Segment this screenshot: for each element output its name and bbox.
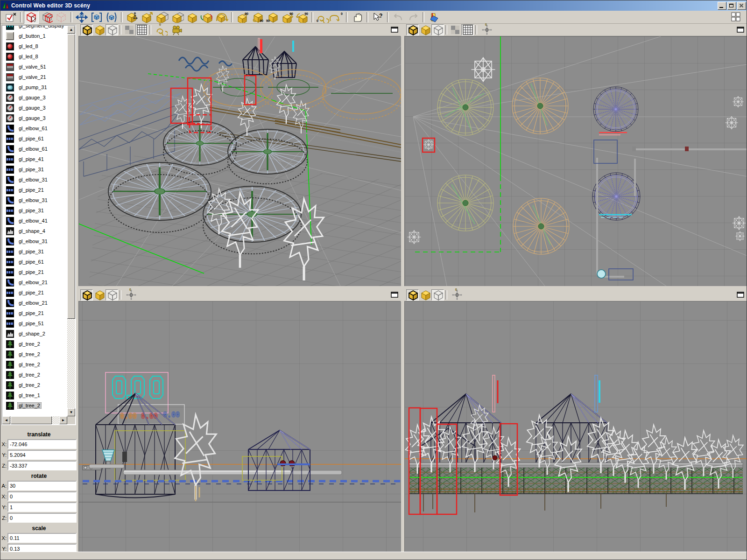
list-item[interactable]: gl_tree_1	[2, 390, 67, 400]
list-item[interactable]: gl_led_8	[2, 41, 67, 51]
list-item[interactable]: gl_elbow_41	[2, 216, 67, 226]
rotate-y-field[interactable]	[7, 502, 77, 512]
rotate-view-button[interactable]	[104, 11, 119, 24]
shade-flat-button[interactable]	[419, 289, 431, 301]
list-item[interactable]: gl_pipe_31	[2, 246, 67, 257]
duplicate-wire-button[interactable]	[155, 11, 169, 24]
background-checker-button[interactable]	[449, 24, 461, 35]
background-checker-button[interactable]	[123, 24, 135, 35]
shade-solid-button[interactable]	[80, 289, 93, 301]
translate-z-field[interactable]	[7, 461, 77, 470]
rotate-z90-button[interactable]: 90	[265, 11, 280, 24]
list-item[interactable]: gl_pipe_31	[2, 164, 67, 175]
undo-button[interactable]	[391, 11, 406, 24]
shade-wireframe-button[interactable]	[431, 24, 444, 35]
scene-perspective[interactable]	[79, 36, 401, 286]
select-multi-button[interactable]	[39, 11, 54, 24]
pan-origin-icon[interactable]: 0	[126, 289, 137, 301]
rotate-object-button[interactable]	[199, 11, 214, 24]
translate-y-field[interactable]	[7, 450, 77, 460]
editor-button[interactable]	[426, 11, 441, 24]
minimize-button[interactable]	[718, 2, 726, 10]
check-button[interactable]	[3, 11, 18, 24]
pan-hand-button[interactable]	[350, 11, 365, 24]
list-item[interactable]: gl_gauge_3	[2, 92, 67, 103]
show-grid-button[interactable]	[461, 24, 474, 35]
list-item[interactable]: gl_gauge_3	[2, 103, 67, 113]
list-item[interactable]: gl_elbow_61	[2, 123, 67, 133]
shade-wireframe-button[interactable]	[431, 289, 444, 301]
rotate-y90-button[interactable]: 90	[250, 11, 265, 24]
list-item[interactable]: gl_shape_4	[2, 226, 67, 236]
rotate-x90-button[interactable]: 90	[235, 11, 250, 24]
scale-x-field[interactable]	[7, 533, 77, 543]
camera-icon[interactable]	[170, 24, 183, 35]
shade-flat-button[interactable]	[93, 24, 106, 35]
list-item[interactable]: gl_pipe_41	[2, 154, 67, 164]
scroll-up-button[interactable]: ▲	[67, 26, 75, 34]
list-item[interactable]: gl_elbow_21	[2, 298, 67, 308]
list-item[interactable]: gl_pipe_21	[2, 185, 67, 195]
vertical-scroll-thumb[interactable]	[67, 34, 75, 319]
list-item[interactable]: gl_pipe_21	[2, 287, 67, 298]
titlebar[interactable]: Control Web editor 3D scény	[0, 0, 747, 11]
viewport-maximize-button[interactable]	[736, 26, 745, 34]
mirror-object-button[interactable]	[214, 11, 229, 24]
list-item[interactable]: gl_elbow_31	[2, 175, 67, 185]
list-item[interactable]: gl_elbow_21	[2, 277, 67, 287]
context-help-button[interactable]	[370, 11, 385, 24]
list-item[interactable]: gl_elbow_31	[2, 195, 67, 205]
select-hidden-button[interactable]	[54, 11, 69, 24]
shade-flat-button[interactable]	[419, 24, 431, 35]
close-button[interactable]	[737, 2, 746, 10]
list-item[interactable]: gl_elbow_31	[2, 236, 67, 246]
reset-rotation-button[interactable]: 00	[315, 11, 344, 24]
scroll-down-button[interactable]: ▼	[67, 408, 75, 416]
list-item[interactable]: gl_gauge_3	[2, 113, 67, 123]
reset-view-icon[interactable]: 0	[155, 24, 168, 35]
scene-front[interactable]: 0.00 0.00 0.00	[79, 301, 401, 553]
list-item[interactable]: gl_tree_2	[2, 349, 67, 359]
list-item[interactable]: gl_pipe_51	[2, 318, 67, 329]
list-item[interactable]: gl_valve_51	[2, 62, 67, 72]
shade-wireframe-button[interactable]	[106, 289, 118, 301]
list-item[interactable]: gl_segment_display	[2, 26, 67, 31]
rotate-pos90-button[interactable]: 90	[295, 11, 310, 24]
list-item[interactable]: gl_pipe_61	[2, 257, 67, 267]
shade-solid-button[interactable]	[80, 24, 93, 35]
shade-solid-button[interactable]	[406, 289, 419, 301]
list-item[interactable]: gl_led_8	[2, 51, 67, 62]
horizontal-scroll-thumb[interactable]	[11, 416, 52, 424]
list-item[interactable]: gl_tree_2	[2, 370, 67, 380]
viewport-maximize-button[interactable]	[390, 291, 399, 299]
show-grid-button[interactable]	[135, 24, 148, 35]
shade-solid-button[interactable]	[406, 24, 419, 35]
scene-side[interactable]	[405, 301, 747, 553]
rotate-x-field[interactable]	[7, 491, 77, 501]
rotate-a-field[interactable]	[7, 481, 77, 490]
list-item[interactable]: gl_tree_2	[2, 339, 67, 349]
select-object-button[interactable]	[24, 11, 39, 24]
scroll-right-button[interactable]: ►	[59, 416, 67, 424]
scroll-left-button[interactable]: ◄	[2, 416, 10, 424]
shade-wireframe-button[interactable]	[106, 24, 118, 35]
list-item[interactable]: gl_tree_2	[2, 400, 67, 411]
list-item[interactable]: gl_button_1	[2, 31, 67, 41]
list-item[interactable]: gl_tree_2	[2, 359, 67, 370]
move-view-button[interactable]	[74, 11, 89, 24]
rotate-neg90-button[interactable]: 90	[280, 11, 295, 24]
scale-view-button[interactable]	[89, 11, 104, 24]
rotate-z-field[interactable]	[7, 513, 77, 523]
list-item[interactable]: gl_pipe_21	[2, 267, 67, 277]
translate-object-button[interactable]	[125, 11, 140, 24]
scene-top[interactable]	[405, 36, 747, 286]
redo-button[interactable]	[406, 11, 421, 24]
viewport-maximize-button[interactable]	[736, 291, 745, 299]
viewport-layout-button[interactable]	[729, 11, 744, 24]
place-object-button[interactable]	[184, 11, 199, 24]
list-item[interactable]: gl_pipe_31	[2, 205, 67, 216]
list-vertical-scrollbar[interactable]: ▲ ▼	[67, 26, 75, 416]
list-item[interactable]: gl_pump_31	[2, 82, 67, 92]
pan-origin-icon[interactable]: 0	[481, 24, 493, 35]
list-horizontal-scrollbar[interactable]: ◄ ►	[2, 416, 67, 424]
